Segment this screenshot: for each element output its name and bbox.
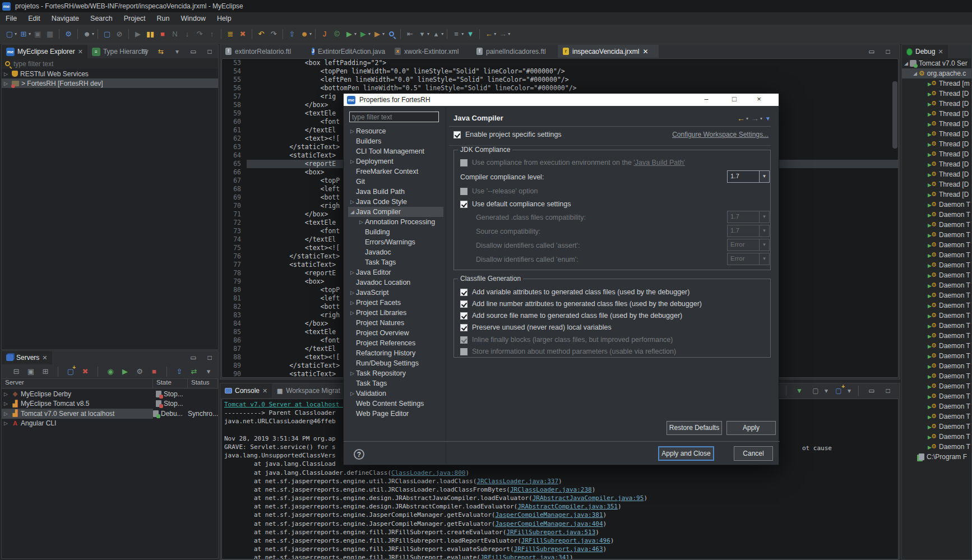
compliance-level-dropdown[interactable]: 1.7▼ xyxy=(727,170,770,183)
debug-tree-row[interactable]: ▶⚙Daemon T xyxy=(902,401,971,411)
debug-tree-row[interactable]: ▶⚙Daemon T xyxy=(902,200,971,210)
debug-user-icon[interactable]: ☻ xyxy=(298,27,311,41)
stacktrace-link[interactable]: JRClassLoader.java:238 xyxy=(510,486,592,493)
tab-workspace-migrat[interactable]: ▦Workspace Migrat xyxy=(272,383,344,398)
maximize-icon[interactable]: □ xyxy=(203,351,216,364)
dialog-tree-item[interactable]: Web Page Editor xyxy=(348,409,443,419)
close-icon[interactable]: ✕ xyxy=(938,48,943,55)
debug-server-icon[interactable]: ◉ xyxy=(105,365,115,378)
classfile-option-checkbox[interactable] xyxy=(460,312,468,320)
server-row[interactable]: ▷▟MyEclipse Tomcat v8.5Stop... xyxy=(2,399,218,409)
editor-vertical-scrollbar[interactable] xyxy=(892,81,897,149)
debug-tree-row[interactable]: ▶⚙Thread [D xyxy=(902,179,971,189)
view-menu-icon[interactable]: ▼ xyxy=(765,115,771,122)
dialog-splitter[interactable] xyxy=(446,107,446,464)
stacktrace-link[interactable]: JRAbstractJavaCompiler.java:95 xyxy=(533,494,644,502)
menu-run[interactable]: Run xyxy=(151,12,175,25)
minimize-icon[interactable]: ▭ xyxy=(865,384,878,397)
dialog-tree-item[interactable]: Task Tags xyxy=(348,257,443,267)
collapse-all-icon[interactable]: ⊟ xyxy=(138,45,151,58)
code-line[interactable]: 56 <bottomPen lineWidth="0.5" lineStyle=… xyxy=(222,84,898,92)
expander-icon[interactable]: ▷ xyxy=(4,81,10,86)
collapse-all-icon[interactable]: ⊟ xyxy=(11,365,21,378)
dialog-tree-item[interactable]: ▷Validation xyxy=(348,388,443,399)
redo-icon[interactable]: ↷ xyxy=(267,27,280,41)
console-stack-icon[interactable]: ≣ xyxy=(224,27,237,41)
expander-icon[interactable]: ◢ xyxy=(904,61,910,66)
menu-project[interactable]: Project xyxy=(118,12,151,25)
dialog-tree-item[interactable]: ▷Task Repository xyxy=(348,368,443,378)
debug-tree-row[interactable]: ▶⚙Daemon T xyxy=(902,250,971,260)
dialog-tree-item[interactable]: ▷Java Editor xyxy=(348,267,443,277)
debug-tree-row[interactable]: ▶⚙Thread [D xyxy=(902,89,971,99)
dialog-tree-item[interactable]: ▷Resource xyxy=(348,126,443,136)
code-line[interactable]: 55 <leftPen lineWidth="0.0" lineStyle="S… xyxy=(222,76,898,84)
stacktrace-link[interactable]: JRFillSubreport.java:513 xyxy=(506,529,595,536)
stacktrace-link[interactable]: JRFillSubreport.java:463 xyxy=(514,545,603,553)
debug-tree-row[interactable]: ▶⚙Daemon T xyxy=(902,341,971,351)
new-wizard-icon[interactable]: ▢ xyxy=(3,27,16,41)
help-button[interactable]: ? xyxy=(354,449,364,460)
debug-app-icon[interactable]: ▶ xyxy=(357,27,369,41)
debug-tree-row[interactable]: ▶⚙Thread [D xyxy=(902,189,971,200)
forward-icon[interactable]: → xyxy=(751,114,759,123)
expander-icon[interactable]: ▷ xyxy=(350,270,356,275)
explorer-item[interactable]: ▷> FortesRH [FortesRH dev] xyxy=(2,78,218,88)
expander-icon[interactable]: ▷ xyxy=(4,411,10,416)
expander-icon[interactable]: ◢ xyxy=(350,209,356,215)
delete-server-icon[interactable]: ✖ xyxy=(80,365,90,378)
server-row[interactable]: ▷▟Tomcat v7.0 Server at localhostDebu...… xyxy=(2,409,218,419)
offline-icon[interactable]: ⊘ xyxy=(113,27,126,41)
stacktrace-link[interactable]: JRClassLoader.java:337 xyxy=(476,478,558,485)
dialog-tree-item[interactable]: ▷JavaScript xyxy=(348,288,443,298)
resume-icon[interactable]: ▶ xyxy=(132,27,144,41)
new-project-icon[interactable]: ⊞ xyxy=(17,27,30,41)
debug-tree-row[interactable]: ▶⚙Thread [D xyxy=(902,119,971,129)
link-with-editor-icon[interactable]: ⇆ xyxy=(155,45,167,58)
maximize-icon[interactable]: □ xyxy=(203,45,216,58)
run-app-icon[interactable]: ▶ xyxy=(343,27,355,41)
pause-icon[interactable]: ▮▮ xyxy=(144,27,156,41)
expander-icon[interactable]: ▷ xyxy=(350,159,356,164)
stacktrace-link[interactable]: JasperCompileManager.java:404 xyxy=(495,520,603,527)
debug-tree-row[interactable]: ▶⚙Daemon T xyxy=(902,260,971,270)
debug-tree-row[interactable]: ▶⚙Thread [D xyxy=(902,149,971,159)
debug-tree-row[interactable]: ◢⚙org.apache.c xyxy=(902,68,971,78)
forward-icon[interactable]: → xyxy=(497,27,509,41)
dialog-tree-item[interactable]: Refactoring History xyxy=(348,348,443,358)
disconnect-icon[interactable]: N xyxy=(169,27,181,41)
account-icon[interactable]: ☻ xyxy=(81,27,93,41)
dialog-tree-item[interactable]: ◢Java Compiler xyxy=(348,207,443,217)
tab-debug[interactable]: Debug✕ xyxy=(902,45,948,58)
dialog-tree-item[interactable]: Java Build Path xyxy=(348,187,443,197)
menu-edit[interactable]: Edit xyxy=(22,12,46,25)
stop-server-icon[interactable]: ■ xyxy=(149,365,159,378)
debug-tree-row[interactable]: ▶⚙Daemon T xyxy=(902,411,971,422)
menu-window[interactable]: Window xyxy=(175,12,211,25)
expander-icon[interactable]: ▷ xyxy=(4,420,10,426)
debug-tree-row[interactable]: ▶⚙Daemon T xyxy=(902,442,971,452)
expander-icon[interactable]: ▷ xyxy=(350,128,356,134)
explorer-filter-input[interactable] xyxy=(13,60,126,68)
restore-defaults-button[interactable]: Restore Defaults xyxy=(666,421,722,435)
debug-tree-row[interactable]: ▶⚙Daemon T xyxy=(902,361,971,371)
dialog-tree-item[interactable]: Building xyxy=(348,227,443,237)
new-class-icon[interactable]: © xyxy=(331,27,343,41)
dialog-filter-input[interactable] xyxy=(349,112,439,122)
debug-tree-row[interactable]: ▶⚙Daemon T xyxy=(902,371,971,381)
debug-tree-row[interactable]: ▶⚙Daemon T xyxy=(902,432,971,442)
debug-tree-row[interactable]: ▶⚙Daemon T xyxy=(902,290,971,300)
explorer-item[interactable]: ▷RESTful Web Services xyxy=(2,69,218,78)
column-status[interactable]: Status xyxy=(188,379,218,388)
dialog-tree-item[interactable]: Project Overview xyxy=(348,328,443,338)
profile-server-icon[interactable]: ⚙ xyxy=(135,365,145,378)
stacktrace-link[interactable]: ClassLoader.java:800 xyxy=(391,469,465,476)
column-server[interactable]: Server xyxy=(2,379,153,388)
minimize-icon[interactable]: ▭ xyxy=(865,45,878,58)
debug-tree-row[interactable]: ▶⚙Daemon T xyxy=(902,422,971,432)
view-menu-icon[interactable]: ▾ xyxy=(171,45,183,58)
view-menu-icon[interactable]: ▾ xyxy=(203,365,214,378)
dialog-tree-item[interactable]: Git xyxy=(348,177,443,187)
server-row[interactable]: ▷AAngular CLI xyxy=(2,419,218,429)
link-editor-icon[interactable]: ▣ xyxy=(26,365,36,378)
